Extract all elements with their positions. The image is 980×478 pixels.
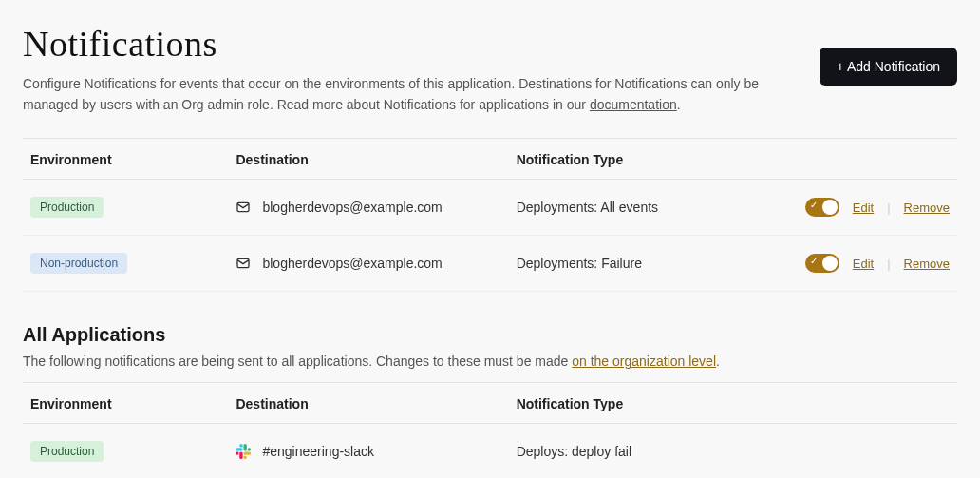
enable-toggle[interactable]: ✓	[805, 254, 839, 273]
separator: |	[887, 257, 890, 271]
table-row: Production blogherdevops@example.com Dep…	[23, 180, 957, 236]
destination-text: #engineering-slack	[262, 444, 374, 459]
notification-type-text: Deployments: All events	[509, 180, 789, 236]
all-applications-subtitle: The following notifications are being se…	[23, 354, 957, 369]
page-title: Notifications	[23, 23, 797, 65]
separator: |	[887, 201, 890, 215]
edit-link[interactable]: Edit	[853, 257, 874, 271]
enable-toggle[interactable]: ✓	[805, 198, 839, 217]
documentation-link[interactable]: documentation	[590, 97, 677, 112]
all-applications-heading: All Applications	[23, 324, 957, 346]
remove-link[interactable]: Remove	[904, 257, 950, 271]
slack-icon	[236, 444, 251, 459]
email-icon	[236, 256, 251, 271]
column-header-destination: Destination	[228, 383, 508, 424]
environment-badge: Production	[30, 197, 104, 218]
environment-badge: Non-production	[30, 253, 127, 274]
add-notification-button[interactable]: + Add Notification	[820, 48, 957, 86]
notifications-table: Environment Destination Notification Typ…	[23, 138, 957, 292]
notification-type-text: Deployments: Failure	[509, 236, 789, 292]
column-header-type: Notification Type	[509, 383, 789, 424]
page-header: Notifications Configure Notifications fo…	[23, 23, 957, 115]
table-row: Non-production blogherdevops@example.com	[23, 236, 957, 292]
destination-text: blogherdevops@example.com	[262, 200, 442, 215]
email-icon	[236, 200, 251, 215]
destination-text: blogherdevops@example.com	[262, 256, 442, 271]
column-header-environment: Environment	[23, 383, 228, 424]
notification-type-text: Deploys: deploy fail	[509, 424, 789, 478]
environment-badge: Production	[30, 441, 104, 462]
column-header-environment: Environment	[23, 139, 228, 180]
table-row: Production #engineering-slack	[23, 424, 957, 478]
column-header-destination: Destination	[228, 139, 508, 180]
column-header-type: Notification Type	[509, 139, 789, 180]
all-applications-table: Environment Destination Notification Typ…	[23, 382, 957, 478]
remove-link[interactable]: Remove	[904, 201, 950, 215]
organization-level-link[interactable]: on the organization level	[572, 354, 716, 369]
page-subtitle: Configure Notifications for events that …	[23, 74, 797, 115]
edit-link[interactable]: Edit	[853, 201, 874, 215]
